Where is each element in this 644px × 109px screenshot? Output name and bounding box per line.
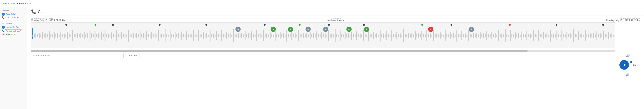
svg-rect-148 <box>256 30 257 41</box>
svg-rect-186 <box>320 35 321 37</box>
svg-point-0 <box>65 24 67 26</box>
waveform-track[interactable]: A A A A A A A A A <box>31 23 615 48</box>
annotation-input-container[interactable]: ✏ <box>31 53 124 58</box>
svg-rect-257 <box>438 35 439 37</box>
svg-rect-37 <box>70 35 72 37</box>
svg-rect-63 <box>115 35 116 37</box>
svg-rect-255 <box>435 34 436 37</box>
svg-rect-19 <box>40 35 42 37</box>
svg-rect-326 <box>553 34 554 38</box>
svg-rect-150 <box>260 33 260 38</box>
svg-rect-320 <box>543 32 544 39</box>
svg-rect-147 <box>255 35 256 37</box>
svg-point-8 <box>363 24 365 26</box>
volume-slider[interactable] <box>631 59 632 70</box>
svg-rect-50 <box>93 34 94 37</box>
svg-rect-342 <box>580 34 581 37</box>
volume-down-icon[interactable]: 🔉 <box>626 72 630 76</box>
svg-rect-331 <box>562 30 562 41</box>
svg-rect-184 <box>316 31 318 40</box>
annotate-button[interactable]: Annotate <box>125 53 140 58</box>
svg-rect-220 <box>376 33 377 38</box>
annotation-marker-8[interactable]: A <box>428 27 433 32</box>
annotation-marker-4[interactable]: A <box>306 27 311 32</box>
svg-rect-193 <box>332 34 332 38</box>
svg-rect-91 <box>161 34 162 38</box>
svg-rect-194 <box>333 35 334 37</box>
svg-rect-152 <box>263 30 264 41</box>
svg-rect-213 <box>365 34 366 37</box>
waveform-area: A A A A A A A A A ✏ <box>31 23 615 107</box>
svg-rect-207 <box>355 35 356 37</box>
svg-rect-221 <box>378 35 379 37</box>
svg-rect-151 <box>261 35 262 37</box>
svg-rect-32 <box>62 34 63 37</box>
annotation-marker-7[interactable]: A <box>364 27 369 32</box>
svg-rect-89 <box>158 30 159 41</box>
svg-rect-97 <box>171 34 172 37</box>
svg-rect-196 <box>336 34 337 37</box>
svg-rect-146 <box>253 34 254 37</box>
svg-rect-267 <box>455 35 456 37</box>
svg-rect-288 <box>490 35 491 37</box>
speed-label: x1 <box>633 63 636 66</box>
svg-rect-70 <box>126 35 127 37</box>
svg-point-9 <box>421 24 423 26</box>
svg-rect-330 <box>560 35 561 37</box>
svg-rect-158 <box>273 35 274 37</box>
svg-rect-188 <box>323 34 324 37</box>
svg-rect-160 <box>276 34 277 37</box>
call-header: 📞 Call <box>27 7 644 16</box>
annotation-marker-2[interactable]: A <box>270 27 276 32</box>
svg-rect-76 <box>136 33 137 38</box>
annotation-marker-6[interactable]: A <box>346 27 352 32</box>
svg-rect-38 <box>72 30 73 41</box>
svg-rect-277 <box>472 35 472 37</box>
svg-rect-118 <box>206 33 207 38</box>
svg-rect-106 <box>186 31 187 40</box>
svg-rect-109 <box>191 35 192 37</box>
recording-end-label: RECORDING END TIME <box>606 17 640 19</box>
svg-rect-21 <box>44 34 45 37</box>
breadcrumb-interactions[interactable]: Interactions <box>2 2 15 5</box>
svg-rect-249 <box>425 35 426 37</box>
svg-rect-124 <box>216 31 217 40</box>
svg-rect-198 <box>340 30 341 41</box>
play-button[interactable] <box>620 60 629 70</box>
annotation-marker-5[interactable]: A <box>323 27 328 32</box>
svg-rect-178 <box>306 33 307 38</box>
svg-rect-278 <box>473 33 474 38</box>
svg-rect-344 <box>583 35 584 37</box>
svg-rect-128 <box>223 34 224 37</box>
svg-rect-227 <box>388 34 389 37</box>
svg-rect-179 <box>308 35 309 37</box>
svg-rect-195 <box>335 29 336 42</box>
svg-rect-42 <box>79 34 80 37</box>
svg-rect-181 <box>312 34 312 37</box>
svg-rect-218 <box>373 32 374 39</box>
user-icon-external: U <box>2 26 5 29</box>
svg-rect-130 <box>226 32 227 39</box>
svg-rect-58 <box>106 34 107 37</box>
score-positive: +100% <box>6 33 12 35</box>
copy-icon[interactable]: ⧉ <box>30 2 32 5</box>
external-user: U Unionville ON <box>2 26 25 29</box>
svg-rect-35 <box>67 32 68 39</box>
svg-rect-265 <box>452 34 452 37</box>
svg-rect-17 <box>37 34 38 37</box>
svg-rect-259 <box>442 34 442 37</box>
svg-rect-321 <box>545 34 546 37</box>
svg-rect-358 <box>606 35 608 37</box>
svg-rect-323 <box>548 35 549 37</box>
internal-label: INTERNAL <box>2 10 25 12</box>
svg-rect-298 <box>506 34 507 37</box>
svg-rect-60 <box>110 35 110 37</box>
annotation-text-input[interactable] <box>36 54 122 57</box>
svg-rect-315 <box>535 34 536 37</box>
svg-rect-149 <box>258 34 259 37</box>
info-icon[interactable]: ℹ <box>22 16 22 19</box>
waveform-scrollbar[interactable] <box>31 50 615 52</box>
svg-rect-268 <box>456 30 458 42</box>
svg-rect-322 <box>546 33 548 38</box>
volume-up-icon[interactable]: 🔊 <box>626 53 630 57</box>
